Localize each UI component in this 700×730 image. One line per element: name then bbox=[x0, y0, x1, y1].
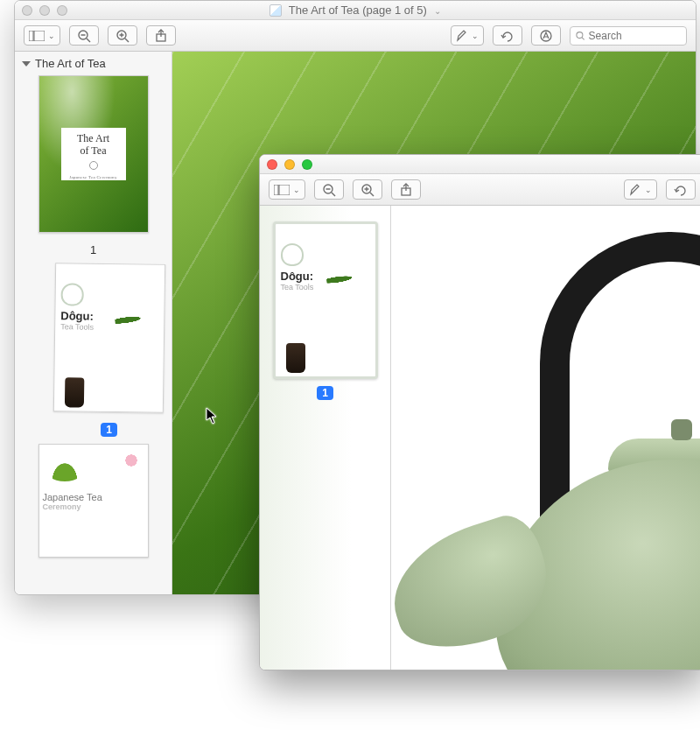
rotate-icon bbox=[674, 184, 688, 196]
zoom-dot-inactive[interactable] bbox=[57, 5, 67, 16]
svg-point-13 bbox=[577, 32, 583, 38]
cover-subtitle: Japanese Tea Ceremony bbox=[61, 175, 126, 180]
zoom-out-button[interactable] bbox=[69, 25, 99, 46]
svg-line-21 bbox=[370, 193, 374, 196]
chevron-down-icon: ⌄ bbox=[645, 186, 652, 194]
thumbnails-sidebar-front[interactable]: Dôgu: Tea Tools 1 bbox=[260, 206, 391, 670]
svg-line-6 bbox=[125, 39, 129, 42]
share-button[interactable] bbox=[146, 25, 176, 46]
minimize-dot-inactive[interactable] bbox=[39, 5, 50, 16]
titlebar-back[interactable]: The Art of Tea (page 1 of 5) ⌄ bbox=[15, 1, 696, 20]
search-icon bbox=[576, 31, 585, 41]
disclosure-triangle-icon[interactable] bbox=[22, 61, 31, 67]
minimize-button[interactable] bbox=[284, 159, 295, 170]
cover-card: The Art of Tea Japanese Tea Ceremony bbox=[61, 128, 126, 180]
close-button[interactable] bbox=[267, 159, 277, 170]
markup-button[interactable] bbox=[531, 25, 561, 46]
svg-line-14 bbox=[582, 37, 584, 39]
search-input[interactable] bbox=[589, 30, 681, 42]
svg-rect-16 bbox=[279, 185, 290, 195]
chevron-down-icon: ⌄ bbox=[472, 32, 479, 40]
view-mode-button[interactable]: ⌄ bbox=[24, 25, 60, 46]
svg-rect-0 bbox=[29, 31, 33, 41]
svg-line-18 bbox=[332, 193, 335, 196]
markup-icon bbox=[539, 29, 553, 43]
chevron-down-icon: ⌄ bbox=[48, 32, 55, 40]
share-icon bbox=[400, 183, 412, 197]
japan-subheading: Ceremony bbox=[43, 502, 144, 511]
chevron-down-icon: ⌄ bbox=[293, 186, 300, 194]
cursor-arrow bbox=[206, 407, 218, 425]
zoom-in-icon bbox=[116, 29, 130, 43]
highlight-button[interactable]: ⌄ bbox=[624, 179, 657, 200]
share-button[interactable] bbox=[391, 179, 421, 200]
cover-line1: The Art bbox=[61, 133, 126, 145]
sidebar-view-icon bbox=[29, 31, 45, 41]
sidebar-title: The Art of Tea bbox=[35, 57, 106, 70]
page-number-1: 1 bbox=[90, 243, 96, 256]
search-field[interactable] bbox=[570, 26, 687, 46]
share-icon bbox=[155, 29, 167, 43]
zoom-out-icon bbox=[77, 29, 91, 43]
toolbar-back: ⌄ bbox=[15, 20, 696, 52]
zoom-button[interactable] bbox=[302, 159, 312, 170]
zoom-in-button[interactable] bbox=[108, 25, 137, 46]
sidebar-view-icon bbox=[274, 185, 290, 195]
teapot-image bbox=[417, 206, 700, 670]
svg-rect-15 bbox=[274, 185, 278, 195]
zoom-in-icon bbox=[360, 183, 374, 197]
svg-line-3 bbox=[87, 39, 90, 42]
zoom-out-icon bbox=[322, 183, 336, 197]
traffic-lights-inactive[interactable] bbox=[22, 5, 67, 16]
titlebar-front[interactable] bbox=[260, 155, 700, 174]
thumbnail-japanese-tea[interactable]: Japanese Tea Ceremony bbox=[38, 444, 149, 558]
sidebar-heading[interactable]: The Art of Tea bbox=[22, 57, 164, 70]
close-dot-inactive[interactable] bbox=[22, 5, 32, 16]
thumbnail-dogu-dragging[interactable]: Dôgu: Tea Tools bbox=[52, 263, 164, 413]
page-badge: 1 bbox=[317, 386, 333, 400]
traffic-lights[interactable] bbox=[267, 159, 312, 170]
highlight-button[interactable]: ⌄ bbox=[451, 25, 484, 46]
window-title: The Art of Tea (page 1 of 5) ⌄ bbox=[15, 4, 696, 17]
zoom-in-button[interactable] bbox=[353, 179, 382, 200]
rotate-icon bbox=[500, 30, 514, 42]
document-canvas-front[interactable] bbox=[391, 206, 700, 670]
thumbnail-page-1[interactable]: The Art of Tea Japanese Tea Ceremony bbox=[38, 75, 149, 233]
cover-line2: of Tea bbox=[61, 145, 126, 158]
japan-heading: Japanese Tea bbox=[43, 492, 144, 502]
title-dropdown-icon[interactable]: ⌄ bbox=[434, 6, 441, 16]
thumbnail-dogu-selected[interactable]: Dôgu: Tea Tools bbox=[273, 221, 378, 379]
rotate-button[interactable] bbox=[666, 179, 696, 200]
window-title-text: The Art of Tea (page 1 of 5) bbox=[289, 4, 427, 17]
zoom-out-button[interactable] bbox=[314, 179, 344, 200]
toolbar-front: ⌄ bbox=[260, 174, 700, 206]
rotate-button[interactable] bbox=[493, 25, 522, 46]
highlight-icon bbox=[456, 30, 468, 42]
svg-rect-1 bbox=[34, 31, 45, 41]
thumbnails-sidebar-back[interactable]: The Art of Tea The Art of Tea Japanese T… bbox=[15, 52, 172, 594]
drag-count-badge: 1 bbox=[101, 423, 117, 437]
document-icon bbox=[270, 4, 282, 17]
preview-window-front: ⌄ bbox=[259, 154, 700, 670]
highlight-icon bbox=[629, 184, 641, 196]
view-mode-button[interactable]: ⌄ bbox=[269, 179, 305, 200]
